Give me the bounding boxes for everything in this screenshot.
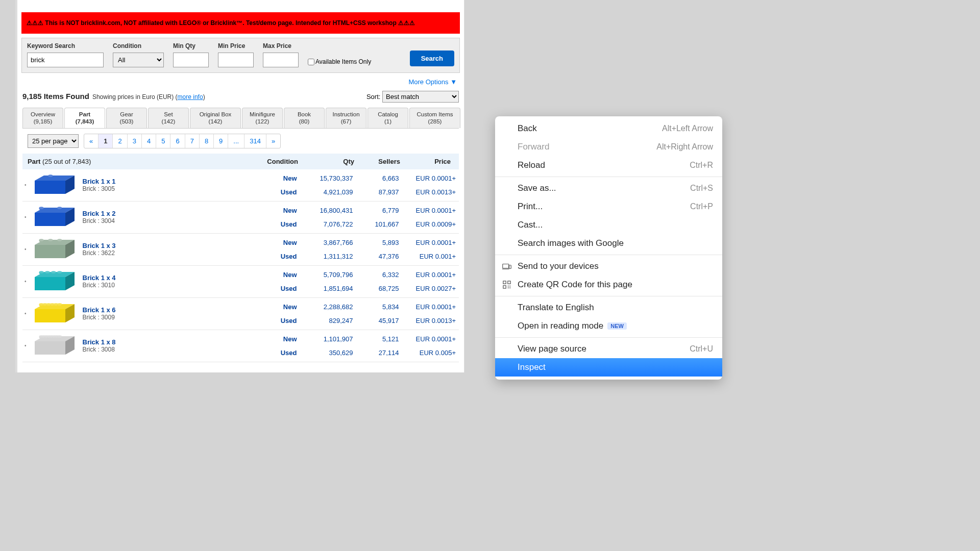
- cond-new[interactable]: New: [251, 207, 297, 214]
- part-name-link[interactable]: Brick 1 x 6: [83, 306, 251, 314]
- svg-point-20: [57, 239, 62, 241]
- ctx-reading-mode[interactable]: Open in reading modeNEW: [495, 317, 722, 335]
- part-category: Brick : 3004: [83, 217, 251, 224]
- part-name-link[interactable]: Brick 1 x 2: [83, 210, 251, 217]
- search-button[interactable]: Search: [410, 51, 454, 66]
- part-thumbnail[interactable]: [27, 236, 83, 263]
- svg-rect-73: [509, 286, 510, 287]
- svg-point-4: [48, 174, 53, 177]
- part-category: Brick : 3005: [83, 185, 251, 192]
- svg-point-46: [57, 303, 62, 306]
- svg-point-9: [39, 207, 43, 209]
- page-5[interactable]: 5: [156, 134, 170, 148]
- ctx-print[interactable]: Print...Ctrl+P: [495, 197, 722, 216]
- ctx-save-as[interactable]: Save as...Ctrl+S: [495, 179, 722, 197]
- minprice-input[interactable]: [218, 53, 254, 67]
- tab-book[interactable]: Book(80): [284, 108, 325, 128]
- table-row: •Brick 1 x 6Brick : 3009New2,288,6825,83…: [22, 298, 459, 330]
- condition-label: Condition: [113, 42, 164, 49]
- page-1[interactable]: 1: [99, 134, 113, 148]
- maxprice-input[interactable]: [263, 53, 299, 67]
- page-content: ⚠⚠⚠ This is NOT bricklink.com, NOT affil…: [15, 0, 464, 372]
- page-...[interactable]: ...: [228, 134, 244, 148]
- page-3[interactable]: 3: [128, 134, 142, 148]
- cond-used[interactable]: Used: [251, 285, 297, 292]
- keyword-input[interactable]: [27, 53, 104, 67]
- tab-instruction[interactable]: Instruction(67): [326, 108, 366, 128]
- part-category: Brick : 3008: [83, 346, 251, 353]
- svg-rect-69: [503, 281, 506, 284]
- page-4[interactable]: 4: [142, 134, 156, 148]
- svg-rect-74: [508, 287, 509, 288]
- results-count: 9,185 Items Found: [22, 92, 89, 101]
- available-only-checkbox[interactable]: [308, 59, 314, 65]
- tab-overview[interactable]: Overview(9,185): [22, 108, 63, 128]
- cond-used[interactable]: Used: [251, 349, 297, 357]
- tab-catalog[interactable]: Catalog(1): [368, 108, 408, 128]
- per-page-select[interactable]: 25 per page: [28, 134, 79, 148]
- svg-point-16: [39, 239, 43, 241]
- page-7[interactable]: 7: [185, 134, 200, 148]
- qr-icon: [502, 281, 511, 289]
- page-9[interactable]: 9: [214, 134, 228, 148]
- cond-new[interactable]: New: [251, 335, 297, 343]
- tab-original-box[interactable]: Original Box(142): [190, 108, 241, 128]
- part-name-link[interactable]: Brick 1 x 8: [83, 338, 251, 346]
- more-info-link[interactable]: more info: [178, 93, 203, 101]
- svg-rect-72: [508, 286, 509, 287]
- minqty-label: Min Qty: [173, 42, 209, 49]
- devices-icon: [502, 262, 511, 270]
- svg-point-18: [48, 239, 53, 241]
- minqty-input[interactable]: [173, 53, 209, 67]
- ctx-qr-code[interactable]: Create QR Code for this page: [495, 276, 722, 294]
- more-options-link[interactable]: More Options ▼: [17, 73, 464, 89]
- cond-used[interactable]: Used: [251, 188, 297, 196]
- listing-rows: •Brick 1 x 1Brick : 3005New15,730,3376,6…: [17, 169, 464, 362]
- ctx-inspect[interactable]: Inspect: [495, 358, 722, 377]
- page-2[interactable]: 2: [113, 134, 127, 148]
- search-bar: Keyword Search Condition All Min Qty Min…: [21, 38, 460, 73]
- cond-new[interactable]: New: [251, 303, 297, 311]
- part-name-link[interactable]: Brick 1 x 1: [83, 178, 251, 185]
- page-8[interactable]: 8: [200, 134, 214, 148]
- cond-new[interactable]: New: [251, 174, 297, 182]
- part-name-link[interactable]: Brick 1 x 4: [83, 274, 251, 282]
- ctx-translate[interactable]: Translate to English: [495, 298, 722, 317]
- ctx-back[interactable]: BackAlt+Left Arrow: [495, 119, 722, 138]
- part-category: Brick : 3009: [83, 314, 251, 321]
- sort-label: Sort:: [366, 93, 380, 101]
- page-6[interactable]: 6: [170, 134, 185, 148]
- sort-select[interactable]: Best match: [382, 91, 459, 103]
- ctx-image-search[interactable]: Search images with Google: [495, 234, 722, 253]
- page-«[interactable]: «: [84, 134, 99, 148]
- part-thumbnail[interactable]: [27, 204, 83, 231]
- part-thumbnail[interactable]: [27, 268, 83, 295]
- part-category: Brick : 3010: [83, 282, 251, 289]
- tab-custom-items[interactable]: Custom Items(285): [409, 108, 460, 128]
- cond-used[interactable]: Used: [251, 253, 297, 260]
- cond-new[interactable]: New: [251, 239, 297, 246]
- ctx-cast[interactable]: Cast...: [495, 216, 722, 234]
- tab-set[interactable]: Set(142): [148, 108, 189, 128]
- ctx-view-source[interactable]: View page sourceCtrl+U: [495, 340, 722, 358]
- ctx-forward[interactable]: ForwardAlt+Right Arrow: [495, 138, 722, 156]
- available-only-label[interactable]: Available Items Only: [308, 58, 371, 65]
- svg-point-29: [51, 271, 56, 273]
- tab-gear[interactable]: Gear(503): [106, 108, 147, 128]
- table-row: •Brick 1 x 8Brick : 3008New1,101,9075,12…: [22, 330, 459, 362]
- cond-used[interactable]: Used: [251, 220, 297, 228]
- part-thumbnail[interactable]: [27, 332, 83, 360]
- part-name-link[interactable]: Brick 1 x 3: [83, 242, 251, 249]
- page-»[interactable]: »: [266, 134, 280, 148]
- ctx-send-devices[interactable]: Send to your devices: [495, 257, 722, 276]
- tab-part[interactable]: Part(7,843): [64, 108, 105, 128]
- part-thumbnail[interactable]: [27, 300, 83, 328]
- condition-select[interactable]: All: [113, 53, 164, 67]
- page-314[interactable]: 314: [244, 134, 266, 148]
- ctx-reload[interactable]: ReloadCtrl+R: [495, 156, 722, 174]
- tab-minifigure[interactable]: Minifigure(122): [242, 108, 283, 128]
- cond-new[interactable]: New: [251, 271, 297, 279]
- part-thumbnail[interactable]: [27, 171, 83, 199]
- cond-used[interactable]: Used: [251, 317, 297, 324]
- results-subtext: Showing prices in Euro (EUR) (more info): [92, 93, 205, 101]
